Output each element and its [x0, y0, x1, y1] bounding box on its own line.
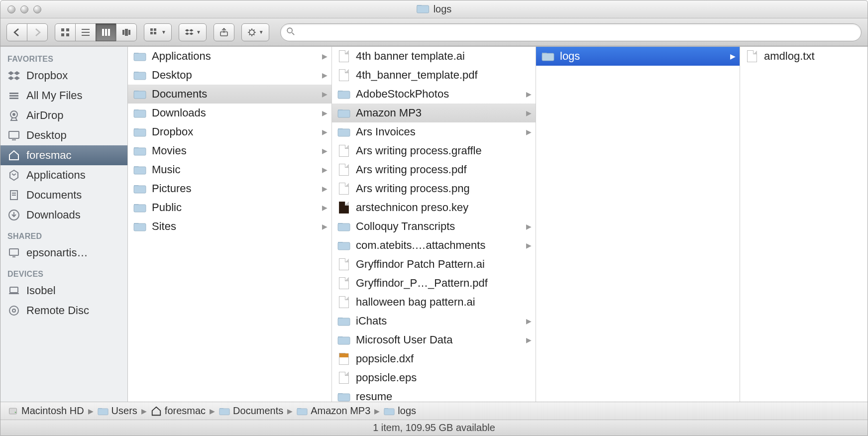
- sidebar-item-foresmac[interactable]: foresmac: [0, 145, 127, 165]
- svg-rect-52: [338, 318, 350, 326]
- file-row[interactable]: Ars Invoices▶: [332, 122, 536, 141]
- svg-rect-5: [82, 29, 90, 30]
- column-2[interactable]: logs▶: [536, 47, 740, 402]
- svg-rect-45: [134, 205, 146, 212]
- file-row[interactable]: 4th_banner_template.pdf: [332, 66, 536, 85]
- file-icon: [337, 372, 351, 384]
- file-row[interactable]: popsicle.dxf: [332, 349, 536, 368]
- file-row[interactable]: Documents▶: [128, 85, 331, 104]
- file-row[interactable]: Gryffindor Patch Pattern.ai: [332, 255, 536, 274]
- sidebar-item-all-my-files[interactable]: All My Files: [0, 86, 127, 106]
- titlebar[interactable]: logs: [0, 0, 868, 18]
- path-segment[interactable]: Macintosh HD: [7, 405, 84, 417]
- svg-rect-11: [122, 30, 124, 35]
- svg-rect-15: [154, 28, 156, 31]
- file-row[interactable]: Ars writing process.pdf: [332, 160, 536, 179]
- path-segment-label: Users: [111, 405, 137, 417]
- file-row[interactable]: Applications▶: [128, 47, 331, 66]
- chevron-down-icon: ▼: [259, 29, 264, 35]
- file-row[interactable]: halloween bag pattern.ai: [332, 293, 536, 312]
- svg-rect-43: [134, 167, 146, 174]
- file-row[interactable]: AdobeStockPhotos▶: [332, 85, 536, 104]
- icon-view-button[interactable]: [55, 23, 76, 41]
- arrange-button[interactable]: ▼: [144, 23, 172, 41]
- sidebar-section-header: DEVICES: [0, 266, 127, 281]
- file-row[interactable]: 4th banner template.ai: [332, 47, 536, 66]
- sidebar-item-airdrop[interactable]: AirDrop: [0, 106, 127, 125]
- airdrop-icon: [6, 109, 21, 122]
- file-row[interactable]: resume: [332, 387, 536, 402]
- column-browser[interactable]: Applications▶Desktop▶Documents▶Downloads…: [128, 47, 868, 402]
- disclosure-arrow-icon: ▶: [526, 222, 533, 230]
- file-row[interactable]: Gryffindor_P…_Pattern.pdf: [332, 274, 536, 293]
- file-row[interactable]: Desktop▶: [128, 66, 331, 85]
- file-row[interactable]: Ars writing process.graffle: [332, 141, 536, 160]
- path-segment[interactable]: Documents: [219, 405, 283, 417]
- zoom-button[interactable]: [33, 5, 41, 13]
- column-3[interactable]: amdlog.txt: [740, 47, 868, 402]
- file-label: Pictures: [152, 182, 191, 195]
- file-row[interactable]: amdlog.txt: [740, 47, 868, 66]
- search-input[interactable]: [280, 23, 862, 41]
- file-icon: [745, 50, 759, 62]
- minimize-button[interactable]: [20, 5, 28, 13]
- finder-window: logs ▼ ▼ ▼ FAVORITESDropboxAll My FilesA…: [0, 0, 868, 436]
- svg-rect-26: [9, 131, 19, 138]
- path-segment[interactable]: Amazon MP3: [297, 405, 370, 417]
- file-row[interactable]: Dropbox▶: [128, 122, 331, 141]
- column-0[interactable]: Applications▶Desktop▶Documents▶Downloads…: [128, 47, 332, 402]
- path-segment[interactable]: logs: [384, 405, 416, 417]
- forward-button[interactable]: [27, 23, 48, 41]
- file-row[interactable]: com.atebits.…attachments▶: [332, 236, 536, 255]
- sidebar-item-isobel[interactable]: Isobel: [0, 281, 127, 301]
- share-button[interactable]: [214, 23, 234, 41]
- sidebar-item-desktop[interactable]: Desktop: [0, 125, 127, 145]
- allfiles-icon: [6, 89, 21, 102]
- file-row[interactable]: Sites▶: [128, 217, 331, 236]
- svg-rect-49: [338, 129, 350, 136]
- svg-point-25: [12, 113, 15, 116]
- search-field[interactable]: [280, 23, 862, 41]
- sidebar-item-epsonartis-[interactable]: epsonartis…: [0, 243, 127, 263]
- file-row[interactable]: Music▶: [128, 160, 331, 179]
- list-view-button[interactable]: [75, 23, 96, 41]
- svg-rect-58: [98, 408, 108, 415]
- dropbox-button[interactable]: ▼: [179, 23, 207, 41]
- svg-rect-47: [338, 91, 350, 99]
- file-row[interactable]: Pictures▶: [128, 179, 331, 198]
- svg-rect-42: [134, 148, 146, 155]
- file-row[interactable]: logs▶: [536, 47, 740, 66]
- file-row[interactable]: Colloquy Transcripts▶: [332, 217, 536, 236]
- sidebar-item-label: All My Files: [26, 89, 82, 102]
- file-row[interactable]: popsicle.eps: [332, 368, 536, 387]
- sidebar-item-downloads[interactable]: Downloads: [0, 205, 127, 225]
- sidebar-item-documents[interactable]: Documents: [0, 185, 127, 205]
- svg-point-20: [287, 28, 292, 33]
- column-1[interactable]: 4th banner template.ai4th_banner_templat…: [332, 47, 536, 402]
- folder-icon: [133, 164, 147, 176]
- file-row[interactable]: Movies▶: [128, 141, 331, 160]
- folder-icon: [337, 391, 351, 402]
- file-label: Documents: [152, 88, 207, 101]
- sidebar-item-applications[interactable]: Applications: [0, 165, 127, 185]
- path-segment[interactable]: Users: [98, 405, 137, 417]
- sidebar-item-remote-disc[interactable]: Remote Disc: [0, 301, 127, 321]
- docs-icon: [6, 189, 21, 202]
- file-row[interactable]: Downloads▶: [128, 104, 331, 122]
- path-bar[interactable]: Macintosh HD▶Users▶foresmac▶Documents▶Am…: [0, 402, 868, 420]
- back-button[interactable]: [6, 23, 27, 41]
- path-segment[interactable]: foresmac: [151, 405, 206, 417]
- action-button[interactable]: ▼: [241, 23, 269, 41]
- file-row[interactable]: iChats▶: [332, 312, 536, 330]
- file-row[interactable]: Public▶: [128, 198, 331, 217]
- coverflow-view-button[interactable]: [116, 23, 137, 41]
- file-row[interactable]: Ars writing process.png: [332, 179, 536, 198]
- disclosure-arrow-icon: ▶: [526, 90, 533, 98]
- file-row[interactable]: Amazon MP3▶: [332, 104, 536, 122]
- column-view-button[interactable]: [96, 23, 116, 41]
- sidebar[interactable]: FAVORITESDropboxAll My FilesAirDropDeskt…: [0, 47, 128, 402]
- file-row[interactable]: Microsoft User Data▶: [332, 330, 536, 349]
- sidebar-item-dropbox[interactable]: Dropbox: [0, 66, 127, 86]
- close-button[interactable]: [7, 5, 15, 13]
- file-row[interactable]: arstechnicon preso.key: [332, 198, 536, 217]
